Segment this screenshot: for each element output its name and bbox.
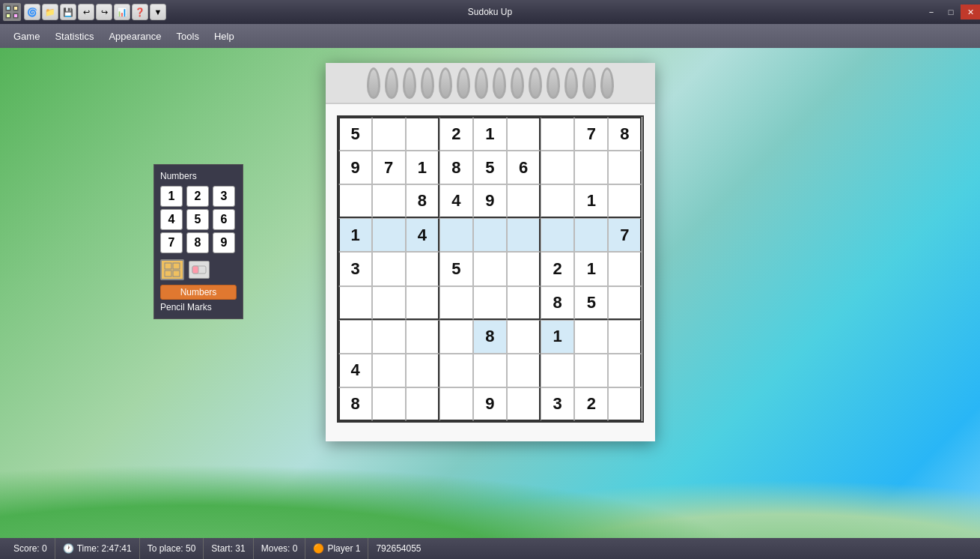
cell-5-5[interactable] [507, 286, 541, 320]
number-btn-4[interactable]: 4 [160, 209, 183, 230]
cell-3-1[interactable] [372, 218, 406, 252]
cell-3-8[interactable]: 7 [608, 218, 642, 252]
number-btn-7[interactable]: 7 [160, 232, 183, 253]
cell-1-7[interactable] [574, 151, 608, 184]
cell-5-6[interactable]: 8 [541, 286, 574, 320]
cell-8-1[interactable] [372, 387, 406, 421]
cell-1-4[interactable]: 5 [473, 151, 507, 184]
menu-tools[interactable]: Tools [169, 28, 207, 45]
number-btn-1[interactable]: 1 [160, 186, 183, 207]
cell-0-6[interactable] [541, 117, 574, 151]
cell-6-7[interactable] [574, 320, 608, 354]
cell-4-0[interactable]: 3 [338, 252, 372, 285]
cell-4-4[interactable] [473, 252, 507, 285]
cell-4-2[interactable] [406, 252, 439, 285]
cell-2-6[interactable] [541, 184, 574, 218]
cell-8-8[interactable] [608, 387, 642, 421]
cell-7-3[interactable] [439, 354, 473, 387]
toolbar-save-btn[interactable]: 💾 [60, 4, 76, 20]
cell-7-5[interactable] [507, 354, 541, 387]
cell-8-4[interactable]: 9 [473, 387, 507, 421]
toolbar-redo-btn[interactable]: ↪ [96, 4, 112, 20]
cell-6-8[interactable] [608, 320, 642, 354]
cell-5-2[interactable] [406, 286, 439, 320]
cell-5-4[interactable] [473, 286, 507, 320]
numbers-mode-button[interactable]: Numbers [160, 285, 237, 300]
cell-0-1[interactable] [372, 117, 406, 151]
cell-3-4[interactable] [473, 218, 507, 252]
cell-6-2[interactable] [406, 320, 439, 354]
close-button[interactable]: ✕ [961, 4, 980, 19]
grid-tool-icon[interactable] [160, 259, 184, 280]
toolbar-open-btn[interactable]: 📁 [42, 4, 58, 20]
number-btn-6[interactable]: 6 [213, 209, 235, 230]
menu-help[interactable]: Help [207, 28, 242, 45]
cell-7-8[interactable] [608, 354, 642, 387]
cell-3-7[interactable] [574, 218, 608, 252]
toolbar-stats-btn[interactable]: 📊 [114, 4, 130, 20]
cell-6-3[interactable] [439, 320, 473, 354]
cell-8-7[interactable]: 2 [574, 387, 608, 421]
cell-0-5[interactable] [507, 117, 541, 151]
number-btn-3[interactable]: 3 [213, 186, 235, 207]
cell-5-1[interactable] [372, 286, 406, 320]
cell-6-6[interactable]: 1 [541, 320, 574, 354]
cell-8-5[interactable] [507, 387, 541, 421]
minimize-button[interactable]: − [922, 4, 941, 19]
toolbar-undo-btn[interactable]: ↩ [78, 4, 94, 20]
number-btn-2[interactable]: 2 [186, 186, 209, 207]
toolbar-help-btn[interactable]: ❓ [132, 4, 148, 20]
number-btn-9[interactable]: 9 [213, 232, 235, 253]
cell-0-8[interactable]: 8 [608, 117, 642, 151]
cell-8-6[interactable]: 3 [541, 387, 574, 421]
number-btn-5[interactable]: 5 [186, 209, 209, 230]
cell-8-2[interactable] [406, 387, 439, 421]
cell-1-0[interactable]: 9 [338, 151, 372, 184]
cell-4-1[interactable] [372, 252, 406, 285]
cell-6-4[interactable]: 8 [473, 320, 507, 354]
cell-2-3[interactable]: 4 [439, 184, 473, 218]
cell-7-1[interactable] [372, 354, 406, 387]
menu-appearance[interactable]: Appearance [101, 28, 168, 45]
cell-2-7[interactable]: 1 [574, 184, 608, 218]
cell-4-5[interactable] [507, 252, 541, 285]
cell-1-6[interactable] [541, 151, 574, 184]
cell-3-3[interactable] [439, 218, 473, 252]
cell-0-2[interactable] [406, 117, 439, 151]
cell-1-3[interactable]: 8 [439, 151, 473, 184]
cell-3-2[interactable]: 4 [406, 218, 439, 252]
cell-7-4[interactable] [473, 354, 507, 387]
cell-1-1[interactable]: 7 [372, 151, 406, 184]
cell-2-5[interactable] [507, 184, 541, 218]
cell-1-8[interactable] [608, 151, 642, 184]
cell-7-0[interactable]: 4 [338, 354, 372, 387]
pencil-marks-label[interactable]: Pencil Marks [160, 302, 237, 312]
cell-2-4[interactable]: 9 [473, 184, 507, 218]
cell-7-2[interactable] [406, 354, 439, 387]
maximize-button[interactable]: □ [941, 4, 961, 19]
cell-4-6[interactable]: 2 [541, 252, 574, 285]
cell-6-1[interactable] [372, 320, 406, 354]
eraser-icon[interactable] [189, 261, 210, 279]
cell-0-0[interactable]: 5 [338, 117, 372, 151]
cell-7-6[interactable] [541, 354, 574, 387]
cell-6-0[interactable] [338, 320, 372, 354]
cell-8-0[interactable]: 8 [338, 387, 372, 421]
cell-6-5[interactable] [507, 320, 541, 354]
cell-4-3[interactable]: 5 [439, 252, 473, 285]
toolbar-new-btn[interactable]: 🌀 [24, 4, 40, 20]
cell-5-3[interactable] [439, 286, 473, 320]
cell-1-5[interactable]: 6 [507, 151, 541, 184]
menu-game[interactable]: Game [6, 28, 47, 45]
cell-5-7[interactable]: 5 [574, 286, 608, 320]
cell-2-8[interactable] [608, 184, 642, 218]
cell-5-8[interactable] [608, 286, 642, 320]
cell-3-0[interactable]: 1 [338, 218, 372, 252]
cell-1-2[interactable]: 1 [406, 151, 439, 184]
menu-statistics[interactable]: Statistics [47, 28, 101, 45]
cell-3-5[interactable] [507, 218, 541, 252]
cell-7-7[interactable] [574, 354, 608, 387]
cell-5-0[interactable] [338, 286, 372, 320]
cell-2-2[interactable]: 8 [406, 184, 439, 218]
cell-3-6[interactable] [541, 218, 574, 252]
